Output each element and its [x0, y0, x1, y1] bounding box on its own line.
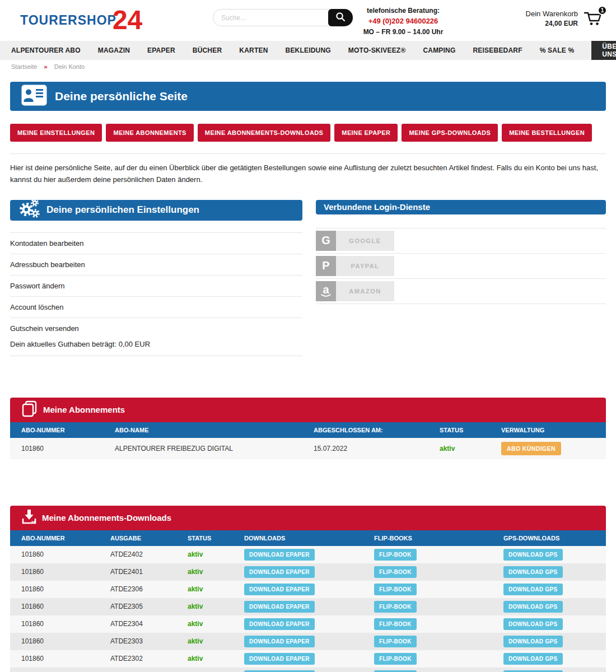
download-row: 101860 ATDE2301 aktiv DOWNLOAD EPAPER FL…	[10, 668, 606, 672]
abo-name: ALPENTOURER FREIBEZUG DIGITAL	[115, 445, 314, 452]
nav-item-sale[interactable]: % SALE %	[540, 46, 575, 54]
flip-book-button[interactable]: FLIP-BOOK	[374, 549, 417, 561]
nav-item-epaper[interactable]: EPAPER	[147, 46, 175, 54]
phone-number[interactable]: +49 (0)202 94600226	[353, 16, 454, 27]
settings-link-list: Kontodaten bearbeiten Adressbuch bearbei…	[10, 232, 302, 356]
link-kontodaten-bearbeiten[interactable]: Kontodaten bearbeiten	[10, 232, 302, 254]
tab-meine-einstellungen[interactable]: MEINE EINSTELLUNGEN	[10, 124, 102, 142]
download-epaper-button[interactable]: DOWNLOAD EPAPER	[244, 653, 315, 665]
col-abo-name: ABO-NAME	[115, 427, 314, 433]
tab-meine-abonnements-downloads[interactable]: MEINE ABONNEMENTS-DOWNLOADS	[198, 124, 330, 142]
nav-item-buecher[interactable]: BÜCHER	[193, 46, 222, 54]
link-account-loeschen[interactable]: Account löschen	[10, 296, 302, 318]
download-epaper-button[interactable]: DOWNLOAD EPAPER	[244, 566, 315, 578]
google-icon: G	[316, 231, 336, 251]
abo-number: 101860	[21, 550, 110, 558]
issue-code: ATDE2305	[110, 603, 188, 610]
nav-item-ueber-uns[interactable]: ÜBER UNS	[591, 41, 616, 60]
phone-contact: telefonische Beratung: +49 (0)202 946002…	[353, 6, 454, 37]
downloads-section: Meine Abonnements-Downloads ABO-NUMMER A…	[10, 506, 606, 672]
login-services-panel: Verbundene Login-Dienste G GOOGLE P PAYP…	[316, 200, 606, 356]
nav-item-magazin[interactable]: MAGAZIN	[98, 46, 130, 54]
shop-logo[interactable]: TOURERSHOP24	[20, 7, 142, 34]
login-services-header: Verbundene Login-Dienste	[316, 200, 606, 214]
page-title: Deine persönliche Seite	[55, 90, 188, 103]
tab-meine-abonnements[interactable]: MEINE ABONNEMENTS	[106, 124, 193, 142]
flip-book-button[interactable]: FLIP-BOOK	[374, 653, 417, 665]
breadcrumb-home[interactable]: Startseite	[11, 63, 37, 70]
download-epaper-button[interactable]: DOWNLOAD EPAPER	[244, 636, 315, 647]
download-epaper-button[interactable]: DOWNLOAD EPAPER	[244, 618, 315, 630]
flip-book-button[interactable]: FLIP-BOOK	[374, 636, 417, 647]
breadcrumb: Startseite » Dein Konto	[0, 60, 616, 70]
tab-meine-gps-downloads[interactable]: MEINE GPS-DOWNLOADS	[402, 124, 498, 142]
search-icon	[335, 11, 346, 24]
cart-label: Dein Warenkorb	[526, 9, 578, 19]
search-input[interactable]	[213, 10, 328, 26]
download-gps-button[interactable]: DOWNLOAD GPS	[503, 584, 563, 595]
download-gps-button[interactable]: DOWNLOAD GPS	[503, 636, 563, 647]
abo-date: 15.07.2022	[314, 445, 440, 452]
abo-number: 101860	[21, 585, 110, 593]
col-status: STATUS	[440, 427, 501, 433]
download-epaper-button[interactable]: DOWNLOAD EPAPER	[244, 670, 315, 672]
cancel-subscription-button[interactable]: ABO KÜNDIGEN	[501, 442, 561, 455]
logo-text: TOURERSHOP	[20, 13, 116, 27]
phone-line1: telefonische Beratung:	[353, 6, 454, 16]
subscription-row: 101860 ALPENTOURER FREIBEZUG DIGITAL 15.…	[10, 438, 606, 459]
download-gps-button[interactable]: DOWNLOAD GPS	[503, 601, 563, 613]
download-gps-button[interactable]: DOWNLOAD GPS	[503, 566, 563, 578]
link-adressbuch-bearbeiten[interactable]: Adressbuch bearbeiten	[10, 254, 302, 275]
abo-number: 101860	[21, 637, 110, 645]
nav-item-bekleidung[interactable]: BEKLEIDUNG	[286, 46, 331, 54]
nav-item-karten[interactable]: KARTEN	[239, 46, 268, 54]
login-service-google[interactable]: G GOOGLE	[316, 228, 606, 253]
flip-book-button[interactable]: FLIP-BOOK	[374, 601, 417, 613]
search-bar	[213, 9, 353, 26]
status-badge: aktiv	[188, 655, 244, 662]
nav-item-alpentourer-abo[interactable]: ALPENTOURER ABO	[11, 46, 81, 54]
download-epaper-button[interactable]: DOWNLOAD EPAPER	[244, 584, 315, 595]
downloads-header: Meine Abonnements-Downloads	[10, 506, 606, 530]
link-passwort-aendern[interactable]: Passwort ändern	[10, 275, 302, 296]
download-epaper-button[interactable]: DOWNLOAD EPAPER	[244, 549, 315, 561]
tab-meine-bestellungen[interactable]: MEINE BESTELLUNGEN	[502, 124, 592, 142]
login-service-amazon[interactable]: a AMAZON	[316, 278, 606, 304]
subscriptions-section: Meine Abonnements ABO-NUMMER ABO-NAME AB…	[10, 398, 606, 459]
login-service-paypal[interactable]: P PAYPAL	[316, 253, 606, 278]
flip-book-button[interactable]: FLIP-BOOK	[374, 618, 417, 630]
nav-item-reisebedarf[interactable]: REISEBEDARF	[473, 46, 522, 54]
nav-item-camping[interactable]: CAMPING	[423, 46, 455, 54]
download-epaper-button[interactable]: DOWNLOAD EPAPER	[244, 601, 315, 613]
flip-book-button[interactable]: FLIP-BOOK	[374, 584, 417, 595]
download-row: 101860 ATDE2401 aktiv DOWNLOAD EPAPER FL…	[10, 563, 606, 581]
download-gps-button[interactable]: DOWNLOAD GPS	[503, 653, 563, 665]
flip-book-button[interactable]: FLIP-BOOK	[374, 670, 417, 672]
col-gps-downloads: GPS-DOWNLOADS	[503, 535, 606, 542]
download-gps-button[interactable]: DOWNLOAD GPS	[503, 549, 563, 561]
issue-code: ATDE2303	[110, 637, 188, 645]
flip-book-button[interactable]: FLIP-BOOK	[374, 566, 417, 578]
divider	[10, 153, 606, 154]
main-content: Deine persönliche Seite MEINE EINSTELLUN…	[0, 82, 616, 672]
cart-widget[interactable]: Dein Warenkorb 24,00 EUR 1	[526, 9, 603, 28]
nav-item-moto-skiveez[interactable]: MOTO-SKIVEEZ®	[348, 46, 406, 54]
col-verwaltung: VERWALTUNG	[501, 427, 606, 433]
subscriptions-title: Meine Abonnements	[43, 405, 125, 414]
status-badge: aktiv	[188, 637, 244, 645]
download-gps-button[interactable]: DOWNLOAD GPS	[503, 618, 563, 630]
col-ausgabe: AUSGABE	[110, 535, 188, 542]
abo-number: 101860	[21, 603, 110, 610]
download-row: 101860 ATDE2305 aktiv DOWNLOAD EPAPER FL…	[10, 598, 606, 615]
download-row: 101860 ATDE2306 aktiv DOWNLOAD EPAPER FL…	[10, 581, 606, 598]
search-button[interactable]	[328, 9, 353, 26]
downloads-table-body: 101860 ATDE2402 aktiv DOWNLOAD EPAPER FL…	[10, 546, 606, 672]
link-gutschein-versenden[interactable]: Gutschein versenden	[10, 318, 302, 339]
tab-meine-epaper[interactable]: MEINE EPAPER	[334, 124, 398, 142]
issue-code: ATDE2402	[110, 550, 188, 558]
status-badge: aktiv	[188, 620, 244, 628]
site-header: TOURERSHOP24 telefonische Beratung: +49 …	[0, 0, 616, 41]
cart-count-badge: 1	[598, 6, 607, 15]
download-gps-button[interactable]: DOWNLOAD GPS	[503, 670, 563, 672]
settings-panel-header: Deine persönlichen Einstellungen	[10, 200, 302, 221]
